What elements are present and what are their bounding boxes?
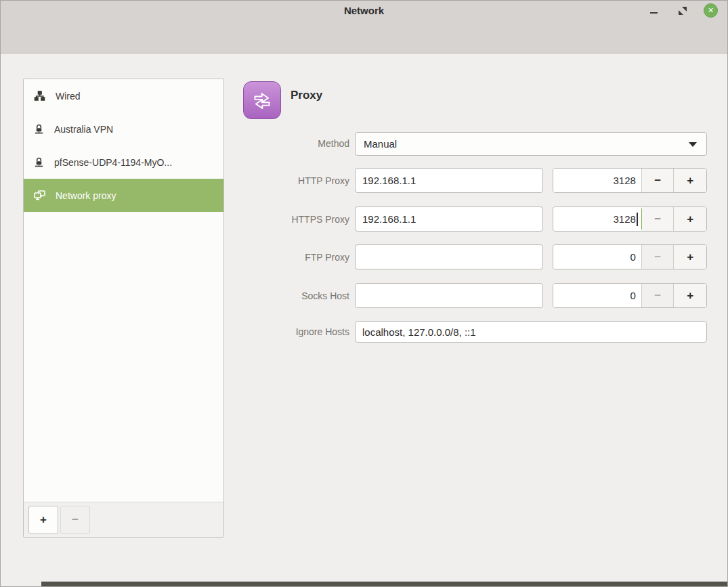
sidebar-item-label: Network proxy [56,190,116,201]
ftp-port-field [553,245,642,269]
http-port-increment-button[interactable]: + [674,169,706,192]
https-proxy-port-spinner: − + [553,206,707,232]
http-port-field [553,169,642,192]
ftp-proxy-port-spinner: − + [553,244,707,269]
socks-host-input[interactable] [355,283,543,308]
https-proxy-port-input[interactable] [553,207,641,231]
window-bottom-edge [41,582,727,586]
close-icon: ✕ [708,7,714,14]
titlebar: Network ✕ [1,1,727,53]
proxy-monitors-icon [34,190,45,200]
socks-port-spinner: − + [553,283,707,308]
network-settings-window: Network ✕ Wired [0,0,728,587]
minus-icon: − [654,213,661,226]
https-proxy-label: HTTPS Proxy [224,214,349,225]
method-label: Method [224,138,349,149]
ftp-port-decrement-button[interactable]: − [642,245,675,269]
ftp-proxy-host-input[interactable] [355,244,543,269]
vpn-lock-icon [34,124,44,135]
socks-host-label: Socks Host [224,290,349,301]
add-connection-button[interactable]: + [28,506,58,534]
minus-icon: − [654,289,661,303]
http-proxy-port-input[interactable] [553,169,641,192]
method-dropdown[interactable]: Manual [355,132,707,156]
maximize-button[interactable] [675,3,690,18]
close-button[interactable]: ✕ [704,3,718,18]
socks-port-input[interactable] [553,284,641,307]
https-port-increment-button[interactable]: + [674,207,706,231]
plus-icon: + [40,513,47,527]
https-port-field-focused [553,207,642,231]
plus-icon: + [687,174,693,188]
transfer-arrows-icon [249,87,276,114]
minus-icon: − [654,251,661,264]
minimize-button[interactable] [646,3,661,18]
ftp-proxy-label: FTP Proxy [224,252,349,263]
remove-connection-button[interactable]: − [60,506,90,534]
vpn-lock-icon [34,157,44,168]
ftp-port-increment-button[interactable]: + [674,245,706,269]
http-port-decrement-button[interactable]: − [642,169,675,192]
proxy-app-icon [243,81,281,119]
ignore-hosts-input[interactable] [355,321,707,343]
socks-port-decrement-button[interactable]: − [642,284,675,307]
maximize-icon [679,7,687,15]
http-proxy-port-spinner: − + [553,168,707,193]
ignore-hosts-label: Ignore Hosts [224,326,349,337]
minus-icon: − [72,513,79,527]
page-title: Proxy [291,89,322,102]
plus-icon: + [687,213,693,226]
https-port-decrement-button[interactable]: − [642,207,675,231]
sidebar-item-label: Australia VPN [54,124,113,135]
connections-list: Wired Australia VPN pfSense-UD [24,79,223,502]
text-caret [637,213,638,226]
minus-icon: − [654,174,661,188]
window-title: Network [1,5,727,16]
plus-icon: + [687,251,693,264]
sidebar-item-australia-vpn[interactable]: Australia VPN [24,112,223,146]
sidebar-item-pfsense-vpn[interactable]: pfSense-UDP4-1194-MyO... [24,146,223,179]
sidebar-item-label: Wired [56,91,81,102]
sidebar-item-wired[interactable]: Wired [24,79,223,112]
socks-port-field [553,284,642,307]
sidebar-item-label: pfSense-UDP4-1194-MyO... [54,157,172,168]
minimize-icon [650,12,658,14]
socks-port-increment-button[interactable]: + [674,284,706,307]
plus-icon: + [687,289,693,303]
wired-network-icon [34,91,45,102]
chevron-down-icon [689,142,697,147]
ftp-proxy-port-input[interactable] [553,245,641,269]
https-proxy-host-input[interactable] [355,206,543,232]
sidebar-item-network-proxy[interactable]: Network proxy [24,179,223,212]
sidebar-toolbar: + − [24,502,223,537]
connections-sidebar: Wired Australia VPN pfSense-UD [23,79,224,538]
http-proxy-host-input[interactable] [355,168,543,193]
method-value: Manual [364,138,397,150]
http-proxy-label: HTTP Proxy [224,175,349,186]
